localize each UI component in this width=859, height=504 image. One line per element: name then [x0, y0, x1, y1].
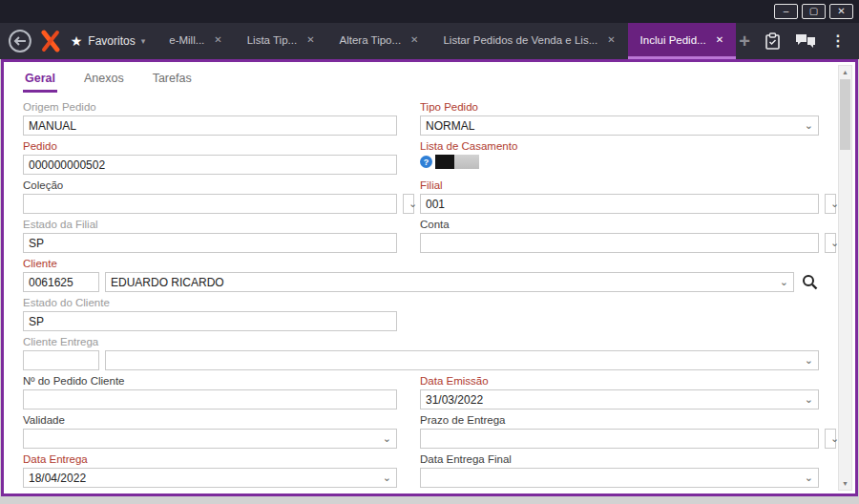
field-lista-casamento: Lista de Casamento ?	[420, 140, 819, 175]
tab-label: Lista Tip...	[247, 34, 297, 46]
tab-lista-tip[interactable]: Lista Tip... ✕	[235, 23, 327, 59]
prazo-entrega-code-input[interactable]	[420, 429, 819, 449]
menu-dots-icon[interactable]: ⋮	[830, 33, 846, 49]
estado-cliente-input[interactable]	[23, 311, 397, 331]
filial-label: Filial	[420, 179, 819, 191]
pedido-label: Pedido	[23, 140, 397, 152]
main-panel: Geral Anexos Tarefas Origem Pedido Tipo …	[1, 59, 858, 496]
field-tipo-pedido: Tipo Pedido NORMAL ⌄	[420, 101, 819, 136]
tab-altera-tipo[interactable]: Altera Tipo... ✕	[327, 23, 431, 59]
chat-icon[interactable]	[795, 32, 816, 50]
lista-casamento-toggle[interactable]	[435, 155, 479, 169]
origem-pedido-input[interactable]	[23, 116, 397, 136]
form-area: Geral Anexos Tarefas Origem Pedido Tipo …	[4, 62, 855, 494]
cliente-entrega-select[interactable]: ⌄	[105, 350, 819, 370]
favorites-menu[interactable]: ★ Favoritos ▾	[71, 33, 145, 49]
field-data-entrega: Data Entrega 18/04/2022 ⌄	[23, 453, 397, 488]
tab-anexos[interactable]: Anexos	[82, 68, 126, 93]
close-icon[interactable]: ✕	[607, 34, 615, 45]
estado-filial-input[interactable]	[23, 233, 397, 253]
field-estado-filial: Estado da Filial	[23, 219, 397, 253]
estado-filial-label: Estado da Filial	[23, 219, 397, 230]
search-icon[interactable]	[800, 273, 819, 292]
data-emissao-value: 31/03/2022	[426, 393, 805, 407]
colecao-select[interactable]: ⌄	[403, 194, 414, 214]
field-prazo-entrega: Prazo de Entrega ⌄	[420, 414, 819, 449]
field-pedido: Pedido	[23, 140, 397, 175]
conta-code-input[interactable]	[420, 233, 819, 253]
clipboard-icon[interactable]	[765, 32, 781, 51]
tab-tarefas[interactable]: Tarefas	[151, 68, 194, 93]
validade-select[interactable]: ⌄	[23, 429, 397, 449]
brand-logo-icon	[40, 30, 61, 52]
conta-label: Conta	[420, 219, 819, 230]
data-entrega-label: Data Entrega	[23, 453, 397, 465]
cliente-value: EDUARDO RICARDO	[111, 276, 780, 289]
order-form: Origem Pedido Tipo Pedido NORMAL ⌄ Pedid…	[23, 101, 819, 488]
cliente-entrega-code-input[interactable]	[23, 350, 99, 370]
field-estado-cliente: Estado do Cliente	[23, 297, 397, 331]
minimize-button[interactable]: –	[774, 4, 798, 19]
filial-select[interactable]: FILIAL PADRÃO ⌄	[825, 194, 836, 214]
lista-casamento-label: Lista de Casamento	[420, 140, 819, 152]
chevron-down-icon: ⌄	[805, 120, 813, 131]
data-emissao-select[interactable]: 31/03/2022 ⌄	[420, 389, 819, 410]
navbar-actions: + ⋮	[733, 23, 851, 59]
close-icon[interactable]: ✕	[214, 34, 221, 45]
filial-code-input[interactable]	[420, 194, 819, 214]
colecao-label: Coleção	[23, 179, 397, 191]
conta-select[interactable]: ⌄	[825, 233, 836, 253]
scroll-up-icon[interactable]: ▲	[839, 66, 851, 78]
field-data-emissao: Data Emissão 31/03/2022 ⌄	[420, 375, 819, 410]
estado-cliente-label: Estado do Cliente	[23, 297, 397, 308]
vertical-scrollbar[interactable]: ▲ ▼	[838, 65, 852, 491]
chevron-down-icon: ⌄	[805, 472, 813, 483]
caret-down-icon: ▾	[141, 36, 146, 46]
colecao-code-input[interactable]	[23, 194, 397, 214]
data-entrega-final-select[interactable]: ⌄	[420, 468, 819, 488]
prazo-entrega-select[interactable]: ⌄	[825, 429, 836, 449]
cliente-code-input[interactable]	[23, 272, 99, 292]
field-num-pedido-cliente: Nº do Pedido Cliente	[23, 375, 397, 410]
chevron-down-icon: ⌄	[805, 394, 813, 405]
back-icon[interactable]	[8, 29, 32, 53]
cliente-select[interactable]: EDUARDO RICARDO ⌄	[105, 272, 794, 292]
field-filial: Filial FILIAL PADRÃO ⌄	[420, 179, 819, 214]
maximize-button[interactable]: ▢	[802, 4, 826, 19]
num-pedido-cliente-input[interactable]	[23, 389, 397, 410]
data-entrega-value: 18/04/2022	[29, 472, 383, 485]
chevron-down-icon: ⌄	[383, 433, 391, 444]
favorites-label: Favoritos	[88, 34, 135, 48]
chevron-down-icon: ⌄	[780, 277, 788, 287]
tab-label: Listar Pedidos de Venda e Lis...	[443, 34, 597, 46]
tab-label: Inclui Pedid...	[640, 34, 706, 46]
close-icon[interactable]: ✕	[306, 34, 314, 45]
data-entrega-select[interactable]: 18/04/2022 ⌄	[23, 468, 397, 488]
tab-inclui-pedido[interactable]: Inclui Pedid... ✕	[628, 23, 736, 59]
chevron-down-icon: ⌄	[383, 472, 391, 483]
cliente-entrega-label: Cliente Entrega	[23, 336, 819, 347]
new-tab-button[interactable]: +	[739, 32, 750, 51]
info-icon[interactable]: ?	[420, 156, 432, 168]
scroll-down-icon[interactable]: ▼	[839, 477, 851, 490]
pedido-input[interactable]	[23, 155, 397, 175]
field-data-entrega-final: Data Entrega Final ⌄	[420, 453, 819, 488]
scrollbar-thumb[interactable]	[840, 79, 850, 150]
tipo-pedido-select[interactable]: NORMAL ⌄	[420, 116, 819, 136]
close-icon[interactable]: ✕	[410, 34, 418, 45]
navbar: ★ Favoritos ▾ e-Mill... ✕ Lista Tip... ✕…	[0, 23, 859, 59]
chevron-down-icon: ⌄	[805, 355, 813, 366]
data-emissao-label: Data Emissão	[420, 375, 819, 387]
validade-label: Validade	[23, 414, 397, 426]
star-icon: ★	[71, 33, 83, 49]
field-conta: Conta ⌄	[420, 219, 819, 253]
close-window-button[interactable]: ✕	[829, 4, 853, 19]
open-routine-tabs: e-Mill... ✕ Lista Tip... ✕ Altera Tipo..…	[157, 23, 733, 59]
tab-e-mill[interactable]: e-Mill... ✕	[157, 23, 234, 59]
tab-listar-pedidos[interactable]: Listar Pedidos de Venda e Lis... ✕	[430, 23, 627, 59]
num-pedido-cliente-label: Nº do Pedido Cliente	[23, 375, 397, 387]
close-icon[interactable]: ✕	[716, 34, 723, 45]
tab-geral[interactable]: Geral	[23, 68, 57, 93]
toggle-thumb	[435, 155, 454, 169]
app-window: – ▢ ✕ ★ Favoritos ▾ e-Mill... ✕ Lista Ti…	[0, 0, 859, 496]
